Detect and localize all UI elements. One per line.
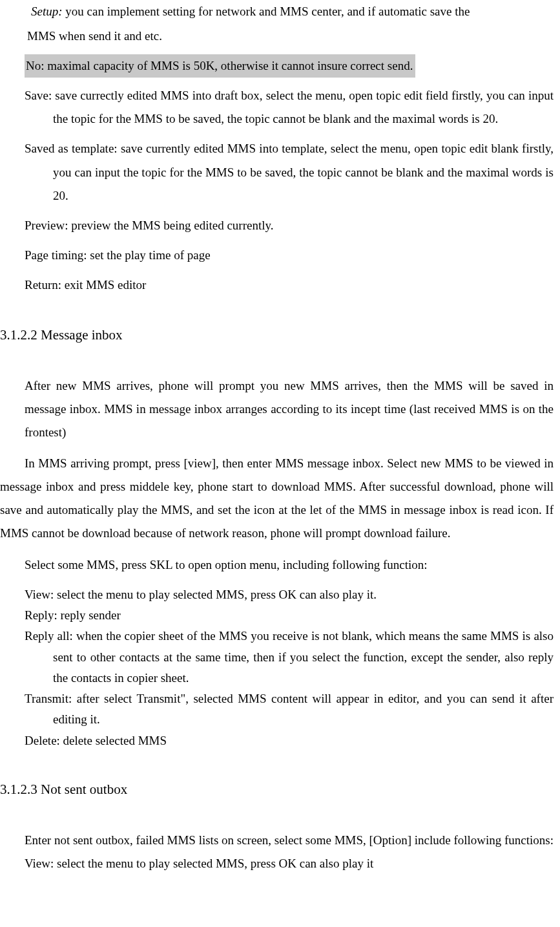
inbox-paragraph-3: Select some MMS, press SKL to open optio… xyxy=(0,553,560,577)
view-item: View: select the menu to play selected M… xyxy=(0,584,560,605)
page-timing-item: Page timing: set the play time of page xyxy=(0,244,560,267)
outbox-paragraph-1: Enter not sent outbox, failed MMS lists … xyxy=(0,829,560,852)
inbox-paragraph-1: After new MMS arrives, phone will prompt… xyxy=(0,374,560,444)
setup-paragraph-line1: Setup: you can implement setting for net… xyxy=(0,0,560,23)
inbox-paragraph-2: In MMS arriving prompt, press [view], th… xyxy=(0,452,560,545)
reply-item: Reply: reply sender xyxy=(0,605,560,626)
outbox-view-item: View: select the menu to play selected M… xyxy=(0,853,560,874)
delete-item: Delete: delete selected MMS xyxy=(0,730,560,751)
preview-item: Preview: preview the MMS being edited cu… xyxy=(0,214,560,237)
transmit-item: Transmit: after select Transmit", select… xyxy=(0,688,560,730)
document-content: Setup: you can implement setting for net… xyxy=(0,0,560,874)
saved-template-item: Saved as template: save currently edited… xyxy=(0,137,560,207)
heading-message-inbox: 3.1.2.2 Message inbox xyxy=(0,323,560,348)
save-item: Save: save currectly edited MMS into dra… xyxy=(0,84,560,131)
reply-all-item: Reply all: when the copier sheet of the … xyxy=(0,626,560,688)
heading-not-sent-outbox: 3.1.2.3 Not sent outbox xyxy=(0,777,560,803)
highlight-container: No: maximal capacity of MMS is 50K, othe… xyxy=(0,53,560,84)
return-item: Return: exit MMS editor xyxy=(0,273,560,297)
setup-label: Setup: xyxy=(31,5,63,18)
outbox-section: Enter not sent outbox, failed MMS lists … xyxy=(0,829,560,874)
setup-text-1: you can implement setting for network an… xyxy=(63,5,470,18)
setup-paragraph-line2: MMS when send it and etc. xyxy=(0,25,560,48)
highlighted-note: No: maximal capacity of MMS is 50K, othe… xyxy=(25,54,415,78)
